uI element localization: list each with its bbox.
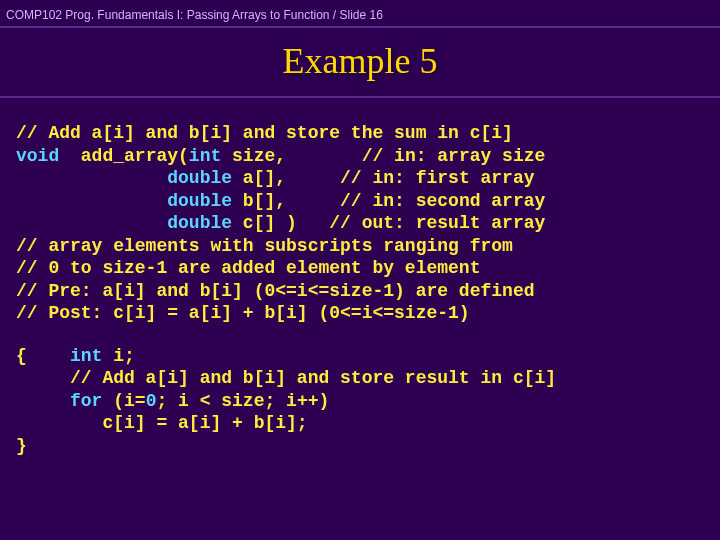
code-indent (16, 391, 70, 411)
code-text: ; i < size; i++) (156, 391, 329, 411)
code-line: // Post: c[i] = a[i] + b[i] (0<=i<=size-… (16, 303, 470, 323)
code-indent (16, 168, 167, 188)
code-line: // Add a[i] and b[i] and store result in… (16, 368, 556, 388)
keyword-double: double (167, 191, 232, 211)
keyword-for: for (70, 391, 102, 411)
code-text: c[] ) // out: result array (232, 213, 545, 233)
number-literal: 0 (146, 391, 157, 411)
slide-header: COMP102 Prog. Fundamentals I: Passing Ar… (0, 0, 720, 26)
code-indent (16, 213, 167, 233)
code-line: // 0 to size-1 are added element by elem… (16, 258, 480, 278)
code-line: // Add a[i] and b[i] and store the sum i… (16, 123, 513, 143)
code-line: // array elements with subscripts rangin… (16, 236, 513, 256)
keyword-double: double (167, 168, 232, 188)
code-text: b[], // in: second array (232, 191, 545, 211)
keyword-int: int (70, 346, 102, 366)
keyword-int: int (189, 146, 221, 166)
code-text: i; (102, 346, 134, 366)
code-block: // Add a[i] and b[i] and store the sum i… (0, 122, 720, 457)
code-text: add_array( (59, 146, 189, 166)
keyword-double: double (167, 213, 232, 233)
code-text: (i= (102, 391, 145, 411)
keyword-void: void (16, 146, 59, 166)
code-text: { (16, 346, 70, 366)
code-text: a[], // in: first array (232, 168, 534, 188)
code-line: } (16, 436, 27, 456)
code-indent (16, 191, 167, 211)
code-line: // Pre: a[i] and b[i] (0<=i<=size-1) are… (16, 281, 534, 301)
code-line: c[i] = a[i] + b[i]; (16, 413, 308, 433)
code-text: size, // in: array size (221, 146, 545, 166)
slide-title: Example 5 (0, 40, 720, 82)
blank-line (16, 325, 704, 345)
title-bar: Example 5 (0, 26, 720, 98)
